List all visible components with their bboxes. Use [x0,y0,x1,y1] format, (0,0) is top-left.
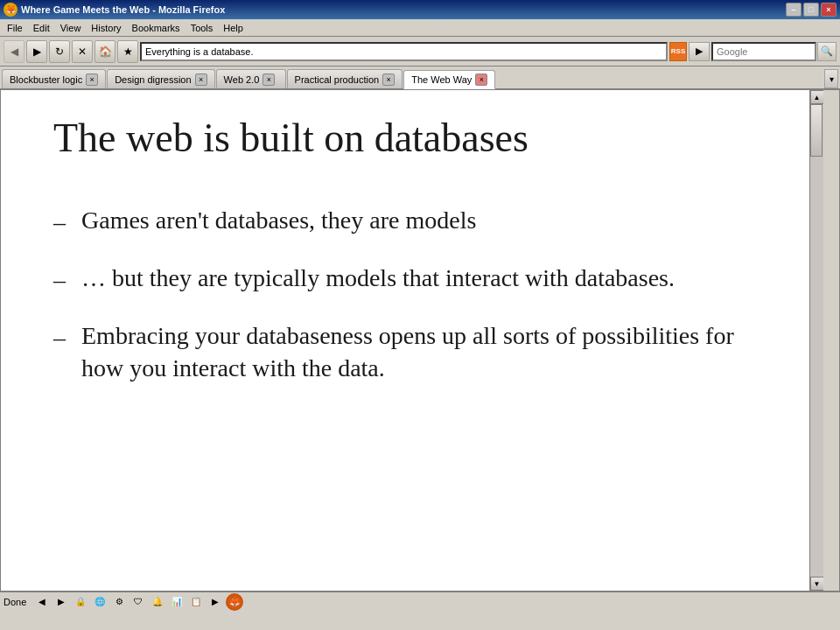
menu-view[interactable]: View [55,21,87,35]
tab-close-webway[interactable]: × [475,74,487,86]
maximize-button[interactable]: □ [803,3,819,17]
tab-label: Practical production [295,74,380,85]
menu-edit[interactable]: Edit [28,21,55,35]
status-globe-icon: 🌐 [91,594,108,610]
tabs-overflow-arrow[interactable]: ▾ [824,69,838,88]
list-item: – Games aren't databases, they are model… [53,205,766,238]
menu-help[interactable]: Help [218,21,248,35]
status-icons: ◀ ▶ 🔒 🌐 ⚙ 🛡 🔔 📊 📋 ▶ 🦊 [33,593,243,611]
search-input[interactable] [711,42,816,61]
title-bar: 🦊 Where Game Meets the Web - Mozilla Fir… [0,0,840,19]
menu-history[interactable]: History [86,21,126,35]
close-button[interactable]: × [821,3,836,17]
scroll-thumb[interactable] [810,104,822,157]
list-item: – … but they are typically models that i… [53,262,766,296]
list-item: – Embracing your databaseness opens up a… [53,320,766,384]
tab-label: Web 2.0 [224,74,260,85]
rss-button[interactable]: RSS [669,42,687,61]
status-nav-back[interactable]: ◀ [33,594,51,610]
status-security-icon[interactable]: 🔒 [72,594,89,610]
reload-button[interactable]: ↻ [49,40,70,63]
page-content: The web is built on databases – Games ar… [1,90,809,591]
scrollbar: ▲ ▼ [809,90,823,591]
bullet-text-1: Games aren't databases, they are models [81,205,476,236]
bookmark-button[interactable]: ★ [117,40,138,63]
forward-button[interactable]: ▶ [26,40,47,63]
tab-label: The Web Way [411,74,472,85]
scroll-down-button[interactable]: ▼ [810,577,824,591]
content-wrapper: The web is built on databases – Games ar… [0,89,840,592]
back-button[interactable]: ◀ [4,40,24,63]
firefox-logo: 🦊 [226,593,243,611]
bullet-dash-3: – [53,322,71,354]
scroll-up-button[interactable]: ▲ [810,90,824,104]
go-button[interactable]: ▶ [689,42,710,61]
tabs-bar: Blockbuster logic × Design digression × … [0,66,840,89]
tab-close-blockbuster[interactable]: × [86,74,98,86]
tab-label: Design digression [115,74,191,85]
title-bar-left: 🦊 Where Game Meets the Web - Mozilla Fir… [4,3,225,17]
menu-file[interactable]: File [2,21,28,35]
page-title: The web is built on databases [53,116,766,161]
home-button[interactable]: 🏠 [94,40,116,63]
bullet-dash-2: – [53,264,71,296]
menu-bookmarks[interactable]: Bookmarks [127,21,186,35]
status-bar: Done ◀ ▶ 🔒 🌐 ⚙ 🛡 🔔 📊 📋 ▶ 🦊 [0,592,840,611]
status-alert-icon[interactable]: 🔔 [149,594,166,610]
tab-close-design[interactable]: × [195,74,207,86]
address-bar-container: Everything is a database. RSS ▶ [140,42,710,61]
status-gear-icon[interactable]: ⚙ [110,594,128,610]
minimize-button[interactable]: – [786,3,802,17]
tab-web20[interactable]: Web 2.0 × [216,69,286,88]
firefox-icon: 🦊 [4,3,18,17]
tab-close-practical[interactable]: × [382,74,395,86]
status-clipboard-icon[interactable]: 📋 [187,594,205,610]
browser-content: The web is built on databases – Games ar… [1,90,823,591]
tab-the-web-way[interactable]: The Web Way × [403,70,495,89]
tab-close-web20[interactable]: × [262,74,275,86]
scroll-track [810,104,823,577]
address-bar[interactable]: Everything is a database. [140,42,668,61]
status-shield-icon[interactable]: 🛡 [130,594,147,610]
status-text: Done [4,597,26,607]
bullet-dash-1: – [53,206,71,238]
stop-button[interactable]: ✕ [72,40,93,63]
status-nav-forward[interactable]: ▶ [52,594,70,610]
title-bar-buttons: – □ × [786,3,836,17]
tab-label: Blockbuster logic [10,74,82,85]
window-title: Where Game Meets the Web - Mozilla Firef… [21,4,225,15]
menu-bar: File Edit View History Bookmarks Tools H… [0,19,840,37]
bullet-text-2: … but they are typically models that int… [81,262,675,294]
address-text: Everything is a database. [145,46,254,57]
bullet-list: – Games aren't databases, they are model… [53,205,766,385]
tab-practical-production[interactable]: Practical production × [287,69,403,88]
search-button[interactable]: 🔍 [817,42,836,61]
bullet-text-3: Embracing your databaseness opens up all… [81,320,766,384]
search-container: 🔍 [711,42,836,61]
tab-blockbuster-logic[interactable]: Blockbuster logic × [2,69,106,88]
tab-design-digression[interactable]: Design digression × [107,69,214,88]
menu-tools[interactable]: Tools [186,21,219,35]
status-chart-icon[interactable]: 📊 [168,594,186,610]
nav-bar: ◀ ▶ ↻ ✕ 🏠 ★ Everything is a database. RS… [0,37,840,66]
status-play-icon[interactable]: ▶ [206,594,224,610]
